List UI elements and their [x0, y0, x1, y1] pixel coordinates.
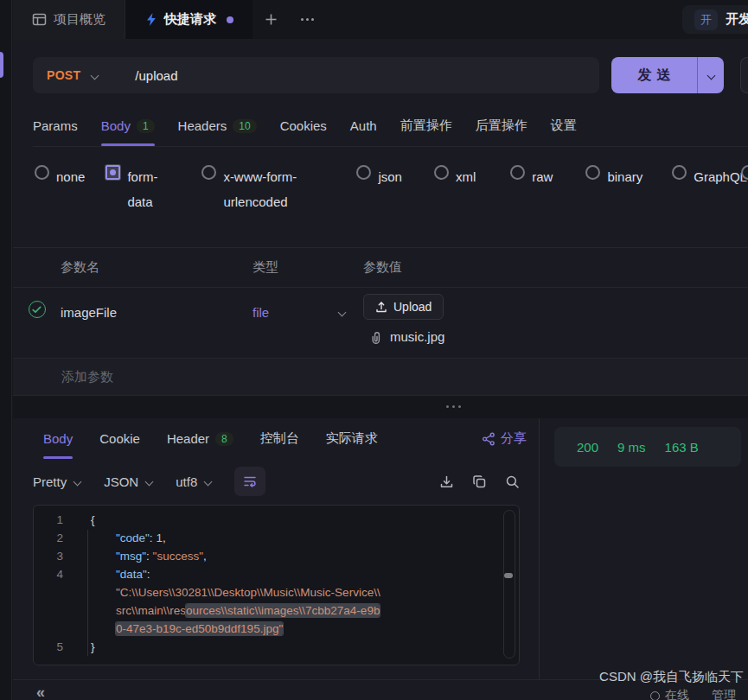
chevron-down-icon: [91, 72, 99, 80]
tab-pre-operations[interactable]: 前置操作: [400, 105, 452, 146]
param-name-cell[interactable]: imageFile: [61, 294, 253, 320]
tab-post-operations[interactable]: 后置操作: [476, 105, 527, 146]
footer-status: 在线 管理: [650, 688, 736, 700]
tab-settings[interactable]: 设置: [551, 105, 577, 146]
watermark: CSDN @我自飞扬临天下: [599, 669, 744, 685]
paperclip-icon: [369, 330, 382, 344]
tab-label: 项目概览: [54, 11, 105, 28]
main-area: 项目概览 快捷请求 开 开发: [13, 0, 748, 700]
env-badge: 开: [694, 10, 718, 30]
tab-actual-request[interactable]: 实际请求: [326, 418, 378, 459]
radio-xml[interactable]: xml: [434, 164, 476, 237]
tab-response-cookie[interactable]: Cookie: [99, 418, 140, 459]
scrollbar-thumb[interactable]: [504, 573, 513, 578]
collapse-sidebar-icon[interactable]: «: [36, 684, 43, 700]
unsaved-dot: [227, 16, 233, 23]
language-select[interactable]: JSON: [104, 474, 153, 489]
code-line-wrap: 0-47e3-b19c-ed50b9ddf195.jpg": [34, 620, 519, 638]
add-param-row[interactable]: 添加参数: [13, 359, 748, 396]
column-param-name: 参数名: [61, 259, 253, 276]
radio-selected-icon: [105, 165, 120, 180]
code-line: 5}: [34, 638, 519, 656]
attached-file[interactable]: music.jpg: [363, 329, 748, 344]
response-status: 200 9 ms 163 B: [554, 427, 741, 467]
tab-response-body[interactable]: Body: [43, 418, 73, 459]
more-tabs-button[interactable]: [289, 0, 325, 39]
upload-icon: [375, 301, 387, 313]
code-line-wrap: src\\main\\resources\\static\\images\\7c…: [34, 601, 519, 620]
pane-splitter[interactable]: [13, 396, 748, 418]
badge: 1: [137, 119, 155, 133]
radio-x-www-form-urlencoded[interactable]: x-www-form-urlencoded: [201, 164, 303, 237]
radio-graphql[interactable]: GraphQL: [672, 164, 747, 237]
code-line: 2"code": 1,: [34, 529, 519, 547]
copy-icon[interactable]: [472, 474, 487, 489]
left-rail: [0, 0, 12, 700]
response-toolbar: Pretty JSON utf8: [13, 460, 539, 503]
column-type: 类型: [253, 259, 363, 276]
layout-icon: [32, 12, 47, 27]
enabled-check-icon[interactable]: [29, 301, 46, 318]
method-select[interactable]: POST: [47, 68, 80, 82]
response-tabs: Body Cookie Header8 控制台 实际请求 分享: [13, 418, 539, 460]
toolbar-icons: [439, 474, 520, 489]
chevron-down-icon: [74, 478, 81, 486]
radio-icon: [585, 165, 600, 180]
selected-text: 0-47e3-b19c-ed50b9ddf195.jpg": [116, 622, 283, 635]
request-panel: POST /upload 发送 Params Body1 Headers10 C…: [13, 39, 748, 700]
radio-raw[interactable]: raw: [510, 164, 553, 237]
radio-none[interactable]: none: [35, 164, 85, 237]
environment-selector[interactable]: 开 开发: [682, 5, 748, 34]
ellipsis-icon: [301, 18, 314, 21]
request-tabs: Params Body1 Headers10 Cookies Auth 前置操作…: [33, 105, 748, 147]
active-nav-indicator: [0, 52, 3, 78]
tab-auth[interactable]: Auth: [350, 105, 377, 146]
tab-console[interactable]: 控制台: [260, 418, 299, 459]
share-icon: [482, 432, 495, 446]
tab-response-header[interactable]: Header8: [167, 418, 233, 459]
radio-icon: [356, 165, 371, 180]
radio-json[interactable]: json: [356, 164, 402, 237]
selected-text: ources\\static\\images\\7cbb27a4-e9b: [186, 604, 380, 617]
new-tab-button[interactable]: [253, 0, 289, 39]
send-button[interactable]: 发送: [611, 57, 724, 93]
chevron-down-icon: [145, 478, 153, 486]
response-time: 9 ms: [617, 440, 646, 455]
code-line: 1{: [34, 511, 519, 529]
partial-right-button[interactable]: [740, 57, 748, 93]
response-code-editor[interactable]: 1{ 2"code": 1, 3"msg": "success", 4"data…: [33, 505, 520, 665]
radio-form-data[interactable]: form-data: [105, 164, 181, 237]
word-wrap-toggle[interactable]: [234, 467, 265, 496]
tab-cookies[interactable]: Cookies: [280, 105, 327, 146]
response-body-pane: Body Cookie Header8 控制台 实际请求 分享: [13, 418, 539, 679]
file-name: music.jpg: [390, 329, 444, 344]
radio-icon: [672, 165, 687, 180]
radio-icon: [434, 165, 449, 180]
tab-body[interactable]: Body1: [101, 105, 155, 146]
share-button[interactable]: 分享: [482, 418, 527, 459]
manage-link[interactable]: 管理: [712, 688, 736, 700]
online-status[interactable]: 在线: [650, 688, 689, 700]
add-param-label: 添加参数: [61, 369, 253, 385]
param-type-select[interactable]: file: [253, 294, 363, 320]
url-input[interactable]: /upload: [135, 68, 177, 83]
format-select[interactable]: Pretty: [33, 474, 81, 489]
param-value-cell: Upload music.jpg: [363, 294, 748, 344]
upload-button[interactable]: Upload: [363, 294, 444, 320]
tab-params[interactable]: Params: [33, 105, 78, 146]
editor-scrollbar[interactable]: [503, 510, 515, 659]
search-icon[interactable]: [505, 474, 520, 489]
send-options-caret[interactable]: [697, 57, 724, 93]
radio-binary[interactable]: binary: [585, 164, 643, 237]
url-box[interactable]: POST /upload: [33, 57, 599, 93]
code-line-wrap: "C:\\Users\\30281\\Desktop\\Music\\Music…: [34, 583, 519, 601]
radio-icon: [201, 165, 216, 180]
tab-quick-request[interactable]: 快捷请求: [125, 0, 253, 39]
radio-icon: [510, 165, 525, 180]
response-meta-pane: 200 9 ms 163 B: [540, 418, 748, 679]
tab-headers[interactable]: Headers10: [178, 105, 257, 146]
tab-project-overview[interactable]: 项目概览: [13, 0, 125, 39]
download-icon[interactable]: [439, 474, 454, 489]
env-label: 开发: [726, 11, 748, 28]
encoding-select[interactable]: utf8: [176, 474, 212, 489]
